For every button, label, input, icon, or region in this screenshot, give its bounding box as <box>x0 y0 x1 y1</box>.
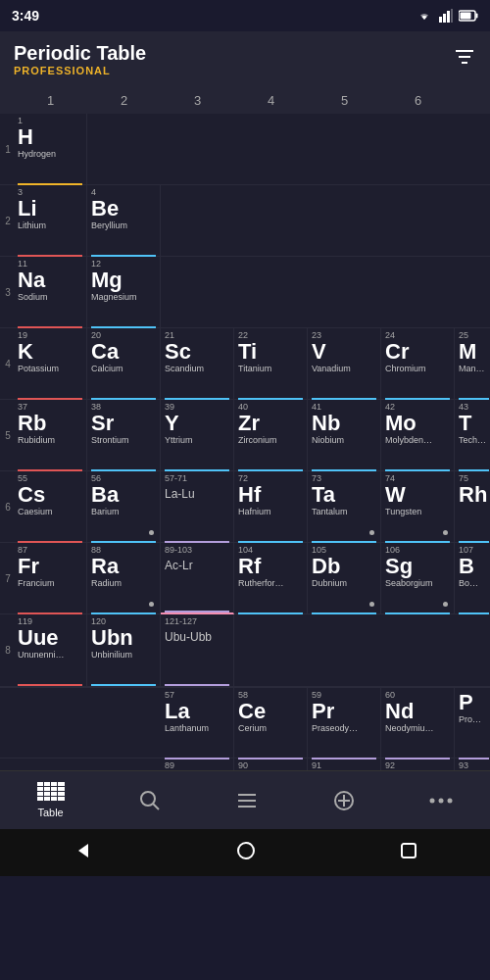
empty-1-2 <box>87 114 161 185</box>
element-W[interactable]: 74 W Tungsten <box>381 471 455 543</box>
element-Ce[interactable]: 58 Ce Cerium <box>234 688 308 760</box>
header-title-block: Periodic Table PROFESSIONAL <box>14 42 146 76</box>
element-Pa[interactable]: 91 Pa Protactini… <box>308 759 381 770</box>
svg-rect-15 <box>44 787 50 791</box>
period-4: 4 19 K Potassium 20 Ca Calcium 21 Sc Sca… <box>0 328 490 400</box>
element-Zr[interactable]: 40 Zr Zirconium <box>234 400 308 471</box>
element-Rb[interactable]: 37 Rb Rubidium <box>14 400 87 471</box>
svg-rect-1 <box>443 14 446 23</box>
element-Ta[interactable]: 73 Ta Tantalum <box>308 471 381 543</box>
element-Na[interactable]: 11 Na Sodium <box>14 257 87 328</box>
empty-1-3 <box>161 114 234 185</box>
element-Sr[interactable]: 38 Sr Strontium <box>87 400 161 471</box>
ubu-ubb-placeholder[interactable]: 121-127 Ubu-Ubb <box>161 614 234 686</box>
element-H[interactable]: 1 H Hydrogen <box>14 114 87 185</box>
element-Mn-partial[interactable]: 25 M Man… <box>455 328 490 400</box>
element-Mg[interactable]: 12 Mg Magnesium <box>87 257 161 328</box>
svg-rect-6 <box>461 13 471 20</box>
element-Re-partial[interactable]: 75 Rh <box>455 471 490 543</box>
element-Nb[interactable]: 41 Nb Niobium <box>308 400 381 471</box>
element-Sg[interactable]: 106 Sg Seaborgium <box>381 543 455 614</box>
period-6: 6 55 Cs Caesium 56 Ba Barium 57-71 La-Lu… <box>0 471 490 543</box>
element-La[interactable]: 57 La Lanthanum <box>161 688 234 760</box>
element-Np-partial[interactable]: 93 N Nep… <box>455 759 490 770</box>
col-2: 2 <box>87 86 161 114</box>
svg-rect-20 <box>51 792 57 796</box>
element-Tc-partial[interactable]: 43 T Tech… <box>455 400 490 471</box>
home-icon <box>236 841 256 860</box>
svg-marker-37 <box>78 844 88 858</box>
element-U[interactable]: 92 U Uranium <box>381 759 455 770</box>
android-home-button[interactable] <box>236 841 256 864</box>
ac-lr-placeholder[interactable]: 89-103 Ac-Lr <box>161 543 234 614</box>
element-Fr[interactable]: 87 Fr Francium <box>14 543 87 614</box>
svg-rect-16 <box>51 787 57 791</box>
header: Periodic Table PROFESSIONAL <box>0 31 490 86</box>
element-Cs[interactable]: 55 Cs Caesium <box>14 471 87 543</box>
svg-point-26 <box>141 792 155 806</box>
empty-2-4 <box>234 185 308 257</box>
element-Y[interactable]: 39 Y Yttrium <box>161 400 234 471</box>
back-icon <box>73 841 92 860</box>
la-lu-placeholder[interactable]: 57-71 La-Lu <box>161 471 234 543</box>
element-Ac[interactable]: 89 Ac Actinium <box>161 759 234 770</box>
nav-list[interactable] <box>223 785 270 816</box>
element-Bh-partial[interactable]: 107 B Bo… <box>455 543 490 614</box>
element-Th[interactable]: 90 Th Thorium <box>234 759 308 770</box>
signal-icon <box>439 9 453 23</box>
android-nav-bar <box>0 829 490 876</box>
row-8-number: 8 <box>0 614 14 686</box>
android-recents-button[interactable] <box>400 842 417 863</box>
element-K[interactable]: 19 K Potassium <box>14 328 87 400</box>
svg-rect-0 <box>439 17 442 23</box>
svg-rect-19 <box>44 792 50 796</box>
period-7: 7 87 Fr Francium 88 Ra Radium 89-103 Ac-… <box>0 543 490 614</box>
element-Hf[interactable]: 72 Hf Hafnium <box>234 471 308 543</box>
lanthanide-row: 57 La Lanthanum 58 Ce Cerium 59 Pr Prase… <box>0 686 490 758</box>
period-3: 3 11 Na Sodium 12 Mg Magnesium <box>0 257 490 328</box>
row-7-number: 7 <box>0 543 14 613</box>
element-Db[interactable]: 105 Db Dubnium <box>308 543 381 614</box>
svg-rect-23 <box>44 797 50 801</box>
table-nav-icon <box>37 782 65 804</box>
periodic-table: 1 1 H Hydrogen 2 3 Li Lithium 4 Be <box>0 114 490 770</box>
element-Sc[interactable]: 21 Sc Scandium <box>161 328 234 400</box>
element-Uue[interactable]: 119 Uue Ununenni… <box>14 614 87 686</box>
empty-8-4 <box>234 614 308 686</box>
element-Cr[interactable]: 24 Cr Chromium <box>381 328 455 400</box>
empty-8-6 <box>381 614 455 686</box>
empty-2-3 <box>161 185 234 257</box>
element-Ra[interactable]: 88 Ra Radium <box>87 543 161 614</box>
battery-icon <box>459 10 478 22</box>
empty-1-5 <box>308 114 381 185</box>
element-Rf[interactable]: 104 Rf Rutherfor… <box>234 543 308 614</box>
nav-table[interactable]: Table <box>25 778 76 822</box>
element-Mo[interactable]: 42 Mo Molybden… <box>381 400 455 471</box>
col-5: 5 <box>308 86 381 114</box>
nav-search[interactable] <box>126 785 173 816</box>
col-3: 3 <box>161 86 234 114</box>
element-Nd[interactable]: 60 Nd Neodymiu… <box>381 688 455 760</box>
bottom-navigation: Table <box>0 770 490 829</box>
element-Ubn[interactable]: 120 Ubn Unbinilium <box>87 614 161 686</box>
svg-rect-11 <box>44 782 50 786</box>
svg-rect-3 <box>451 9 453 23</box>
nav-more[interactable] <box>417 792 465 809</box>
svg-point-34 <box>430 798 435 803</box>
element-Be[interactable]: 4 Be Beryllium <box>87 185 161 257</box>
element-Li[interactable]: 3 Li Lithium <box>14 185 87 257</box>
element-Pm-partial[interactable]: P Pro… <box>455 688 490 760</box>
row-1-number: 1 <box>0 114 14 184</box>
element-Ti[interactable]: 22 Ti Titanium <box>234 328 308 400</box>
element-V[interactable]: 23 V Vanadium <box>308 328 381 400</box>
nav-compare[interactable] <box>320 785 368 816</box>
android-back-button[interactable] <box>73 841 92 864</box>
element-Ca[interactable]: 20 Ca Calcium <box>87 328 161 400</box>
element-Ba[interactable]: 56 Ba Barium <box>87 471 161 543</box>
svg-line-27 <box>153 804 159 809</box>
svg-rect-14 <box>37 787 43 791</box>
element-Pr[interactable]: 59 Pr Praseody… <box>308 688 381 760</box>
filter-icon[interactable] <box>453 45 476 74</box>
empty-2-5 <box>308 185 381 257</box>
svg-rect-2 <box>447 11 450 23</box>
